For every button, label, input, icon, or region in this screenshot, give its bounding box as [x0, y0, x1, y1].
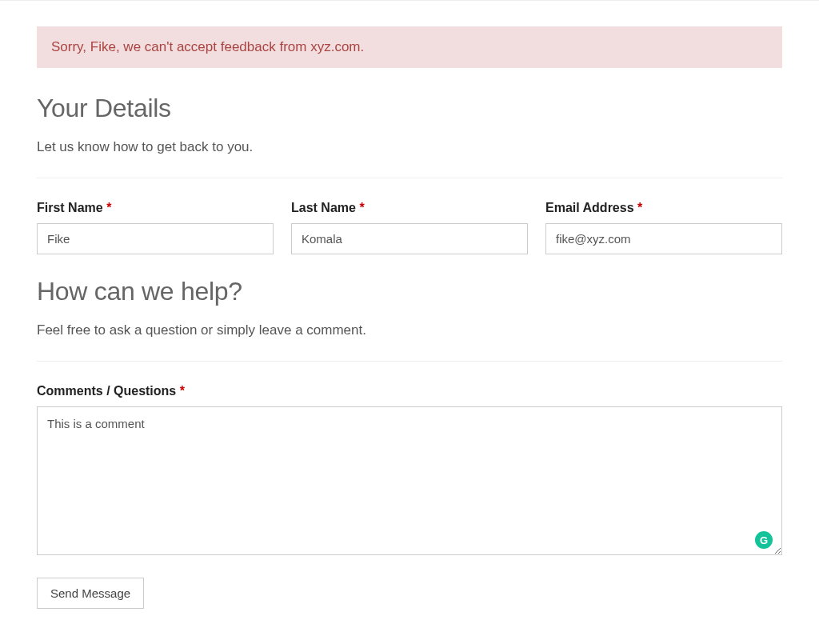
comments-label-text: Comments / Questions	[37, 384, 176, 398]
error-alert: Sorry, Fike, we can't accept feedback fr…	[37, 26, 782, 68]
required-asterisk: *	[637, 201, 642, 214]
first-name-field[interactable]	[37, 223, 274, 254]
email-label: Email Address *	[545, 201, 782, 215]
last-name-field[interactable]	[291, 223, 528, 254]
comments-textarea[interactable]	[37, 406, 782, 555]
last-name-label-text: Last Name	[291, 201, 356, 214]
required-asterisk: *	[359, 201, 364, 214]
last-name-label: Last Name *	[291, 201, 528, 215]
email-field[interactable]	[545, 223, 782, 254]
divider	[37, 361, 782, 362]
first-name-label-text: First Name	[37, 201, 103, 214]
comments-label: Comments / Questions *	[37, 384, 782, 398]
grammarly-icon-letter: G	[760, 534, 768, 546]
grammarly-icon[interactable]: G	[755, 531, 773, 549]
first-name-label: First Name *	[37, 201, 274, 215]
divider	[37, 178, 782, 178]
how-help-heading: How can we help?	[37, 277, 782, 306]
how-help-subtitle: Feel free to ask a question or simply le…	[37, 322, 782, 338]
email-label-text: Email Address	[545, 201, 634, 214]
details-row: First Name * Last Name * Email Address *	[37, 201, 782, 254]
your-details-heading: Your Details	[37, 94, 782, 123]
error-alert-text: Sorry, Fike, we can't accept feedback fr…	[51, 39, 364, 54]
send-message-button[interactable]: Send Message	[37, 578, 144, 609]
your-details-subtitle: Let us know how to get back to you.	[37, 139, 782, 155]
required-asterisk: *	[180, 384, 185, 398]
required-asterisk: *	[106, 201, 111, 214]
